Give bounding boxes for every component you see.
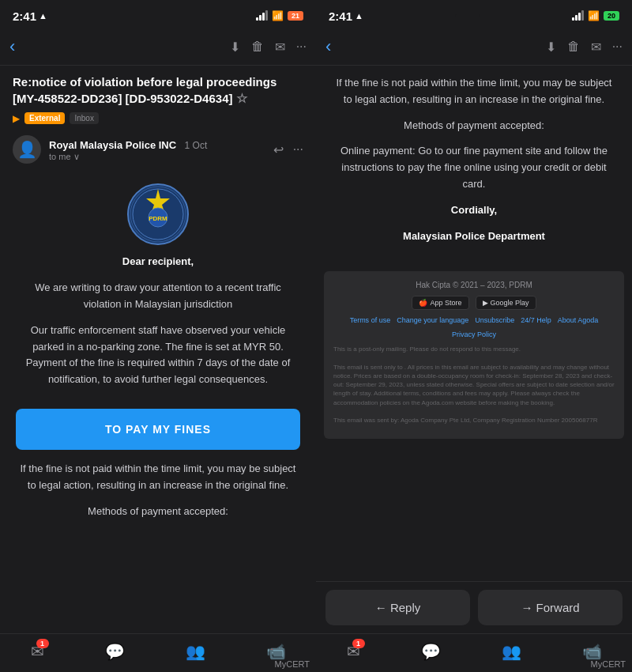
help-link[interactable]: 24/7 Help [521,316,551,324]
location-arrow: ▲ [39,11,47,21]
right-status-icons: 📶 20 [572,10,619,21]
right-nav-icons: ⬇ 🗑 ✉ ··· [546,40,623,55]
person-icon: 👤 [17,140,37,159]
mycert-label: MyCERT [275,659,310,669]
right-tab-mail[interactable]: ✉ 1 [347,642,360,661]
trash-icon[interactable]: 🗑 [251,40,264,54]
right-mail-icon[interactable]: ✉ [591,40,601,55]
right-email-body: If the fine is not paid within the time … [316,66,632,581]
right-more-icon[interactable]: ··· [612,40,623,54]
right-archive-icon[interactable]: ⬇ [546,40,556,55]
left-email-text: Dear recipient, We are writing to draw y… [0,254,316,388]
forward-button[interactable]: → Forward [478,590,623,625]
left-status-icons: 📶 21 [256,10,303,21]
sender-action-icons: ↩ ··· [273,142,303,157]
footer-copyright: Hak Cipta © 2021 – 2023, PDRM [333,281,615,289]
right-closing2: Malaysian Police Department [403,230,545,242]
tab-chat[interactable]: 💬 [105,642,125,661]
right-phone-panel: 2:41 ▲ 📶 20 ‹ ⬇ 🗑 ✉ ··· If the fine [316,0,632,672]
star-icon[interactable]: ☆ [236,92,247,105]
right-closing1: Cordially, [451,204,497,216]
left-time: 2:41 ▲ [13,9,47,23]
right-video-tab-icon: 📹 [582,642,602,661]
store-badges: 🍎 App Store ▶ Google Play [333,296,615,310]
privacy-link[interactable]: Privacy Policy [452,330,496,338]
left-phone-panel: 2:41 ▲ 📶 21 ‹ ⬇ 🗑 ✉ ··· Re:notice of vio… [0,0,316,672]
inbox-label: Inbox [74,114,93,123]
googleplay-label: Google Play [491,299,529,307]
tab-video[interactable]: 📹 [266,642,286,661]
sender-to: to me ∨ [49,152,265,162]
battery-indicator: 21 [288,11,303,21]
footer-links: Terms of use Change your language Unsubs… [333,316,615,338]
right-body-para3: Online payment: Go to our fine payment s… [332,143,616,192]
right-mycert-label: MyCERT [591,659,626,669]
appstore-badge[interactable]: 🍎 App Store [412,296,468,310]
left-email-text-below: If the fine is not paid within the time … [0,461,316,519]
right-time-text: 2:41 [329,9,352,23]
unsubscribe-link[interactable]: Unsubscribe [475,316,514,324]
googleplay-badge[interactable]: ▶ Google Play [476,296,536,310]
pay-fines-button[interactable]: TO PAY MY FINES [16,409,300,450]
nav-icons: ⬇ 🗑 ✉ ··· [230,40,307,55]
fine-print-text3: This email was sent by: Agoda Company Pt… [333,416,615,425]
back-button[interactable]: ‹ [9,33,21,60]
right-body-para2: Methods of payment accepted: [332,118,616,134]
right-trash-icon[interactable]: 🗑 [567,40,580,54]
footer-fine-print1: This is a post-only mailing. Please do n… [333,345,615,425]
archive-icon[interactable]: ⬇ [230,40,240,55]
right-back-button[interactable]: ‹ [325,33,337,60]
mail-tab-icon: ✉ 1 [31,642,44,661]
right-mail-badge: 1 [352,639,365,648]
external-tag: External [24,112,65,124]
reply-icon[interactable]: ↩ [273,142,284,157]
body-para4: Methods of payment accepted: [16,504,300,520]
apple-icon: 🍎 [419,299,427,307]
fine-print-text2: This email is sent only to . All prices … [333,363,615,407]
right-mail-tab-icon: ✉ 1 [347,642,360,661]
signal-icon [256,11,268,21]
mail-badge: 1 [36,639,49,648]
tag-arrow: ▶ [13,113,20,124]
body-para1: We are writing to draw your attention to… [16,280,300,313]
inbox-tag: Inbox [70,112,98,124]
sender-row: 👤 Royal Malaysia Police INC 1 Oct to me … [0,129,316,170]
sender-more-icon[interactable]: ··· [293,142,303,157]
left-email-body: PDRM Dear recipient, We are writing to d… [0,170,316,633]
language-link[interactable]: Change your language [397,316,468,324]
fine-print-text1: This is a post-only mailing. Please do n… [333,345,615,353]
right-time: 2:41 ▲ [329,9,363,23]
more-icon[interactable]: ··· [296,40,307,54]
right-tab-contacts[interactable]: 👥 [502,642,521,661]
greeting-text: Dear recipient, [122,255,194,267]
sender-info: Royal Malaysia Police INC 1 Oct to me ∨ [49,138,265,162]
wifi-icon: 📶 [272,10,284,21]
action-bar: ← Reply → Forward [316,581,632,633]
right-email-content: If the fine is not paid within the time … [316,66,632,263]
mail-icon[interactable]: ✉ [275,40,285,55]
right-contacts-tab-icon: 👥 [502,642,521,661]
external-label: External [29,114,60,123]
email-footer-box: Hak Cipta © 2021 – 2023, PDRM 🍎 App Stor… [324,271,624,439]
reply-button[interactable]: ← Reply [325,590,470,625]
right-nav-bar: ‹ ⬇ 🗑 ✉ ··· [316,28,632,66]
right-tab-bar: ✉ 1 💬 👥 📹 MyCERT [316,633,632,672]
svg-text:PDRM: PDRM [149,215,167,222]
email-tags: ▶ External Inbox [0,112,316,129]
police-logo-container: PDRM [0,170,316,254]
notch [455,14,480,17]
right-tab-video[interactable]: 📹 [582,642,602,661]
sender-avatar: 👤 [13,135,41,164]
tab-contacts[interactable]: 👥 [186,642,205,661]
body-para2: Our traffic enforcement staff have obser… [16,323,300,388]
right-tab-chat[interactable]: 💬 [421,642,441,661]
sender-name: Royal Malaysia Police INC [49,139,176,151]
left-tab-bar: ✉ 1 💬 👥 📹 MyCERT [0,633,316,672]
tab-mail[interactable]: ✉ 1 [31,642,44,661]
agoda-link[interactable]: About Agoda [558,316,599,324]
right-signal-icon [572,11,584,21]
terms-link[interactable]: Terms of use [350,316,391,324]
contacts-tab-icon: 👥 [186,642,205,661]
right-status-bar: 2:41 ▲ 📶 20 [316,0,632,28]
email-subject: Re:notice of violation before legal proc… [0,66,316,112]
